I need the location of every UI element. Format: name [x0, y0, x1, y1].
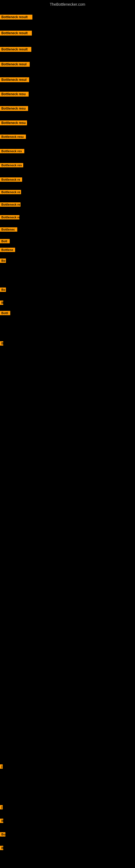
bottleneck-result-label: Bottleneck res: [0, 163, 23, 167]
bottleneck-result-label: Bottleneck re: [0, 177, 22, 182]
bottleneck-result-label: Bottleneck resu: [0, 120, 27, 125]
bottleneck-result-label: Bottleneck resul: [0, 77, 29, 82]
site-title: TheBottlenecker.com: [0, 0, 135, 8]
bottleneck-result-label: Bottlene: [0, 248, 15, 252]
bottleneck-result-label: B: [0, 301, 3, 305]
bottleneck-result-label: B: [0, 846, 3, 850]
bottleneck-result-label: Bottleneck result: [0, 14, 32, 20]
bottleneck-result-label: Bottl: [0, 311, 10, 315]
bottleneck-result-label: Bottleneck resu: [0, 92, 29, 97]
bottleneck-result-label: B: [0, 818, 3, 823]
bottleneck-result-label: Bottleneck resu: [0, 134, 26, 139]
bottleneck-result-label: Bottleneck resu: [0, 106, 28, 111]
bottleneck-result-label: Bottleneck re: [0, 203, 20, 207]
bottleneck-result-label: |: [0, 764, 3, 769]
bottleneck-result-label: |: [0, 805, 3, 809]
bottleneck-result-label: Bottleneck result: [0, 47, 31, 52]
bottleneck-result-label: Bottlenec: [0, 227, 17, 231]
bottleneck-result-label: Bottleneck resul: [0, 62, 30, 67]
bottleneck-result-label: Bo: [0, 258, 6, 263]
bottleneck-result-label: B: [0, 341, 3, 346]
bottleneck-result-label: Bottleneck re: [0, 215, 19, 219]
bottleneck-result-label: Bott: [0, 239, 10, 243]
bottleneck-result-label: Bottleneck re: [0, 190, 21, 194]
bottleneck-result-label: Bottleneck res: [0, 149, 24, 153]
bottleneck-result-label: Bo: [0, 287, 6, 292]
bottleneck-result-label: Bo: [0, 832, 5, 837]
bottleneck-result-label: Bottleneck result: [0, 31, 32, 35]
